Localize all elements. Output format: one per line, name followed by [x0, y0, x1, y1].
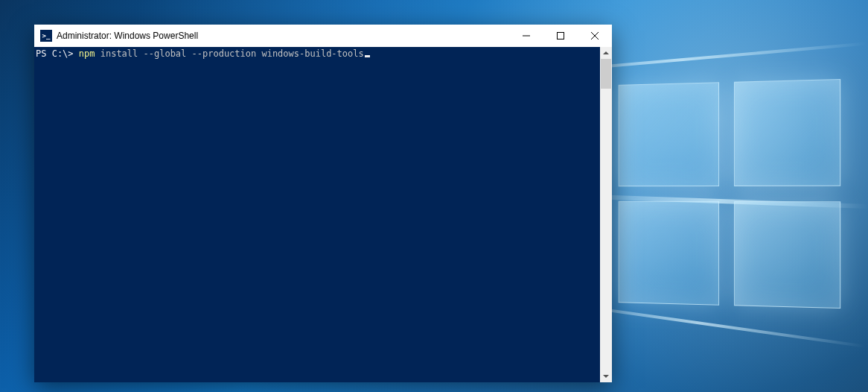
terminal-command-args: install --global --production windows-bu… — [95, 48, 363, 59]
vertical-scrollbar[interactable] — [600, 47, 612, 382]
scroll-down-button[interactable] — [600, 370, 612, 382]
scroll-up-button[interactable] — [600, 47, 612, 59]
terminal-command-exe: npm — [79, 48, 95, 59]
svg-marker-5 — [603, 375, 609, 378]
svg-marker-4 — [603, 51, 609, 54]
scrollbar-thumb[interactable] — [601, 59, 611, 89]
powershell-window: >_ Administrator: Windows PowerShell PS … — [34, 25, 612, 382]
terminal-output[interactable]: PS C:\> npm install --global --productio… — [34, 47, 600, 382]
close-button[interactable] — [578, 25, 612, 47]
minimize-button[interactable] — [509, 25, 543, 47]
maximize-button[interactable] — [543, 25, 578, 47]
terminal-cursor — [365, 55, 370, 57]
powershell-icon: >_ — [40, 30, 52, 42]
window-titlebar[interactable]: >_ Administrator: Windows PowerShell — [34, 25, 612, 47]
window-title: Administrator: Windows PowerShell — [57, 31, 198, 41]
windows-logo-icon — [619, 79, 841, 309]
svg-rect-1 — [558, 33, 564, 39]
terminal-prompt: PS C:\> — [36, 48, 79, 59]
